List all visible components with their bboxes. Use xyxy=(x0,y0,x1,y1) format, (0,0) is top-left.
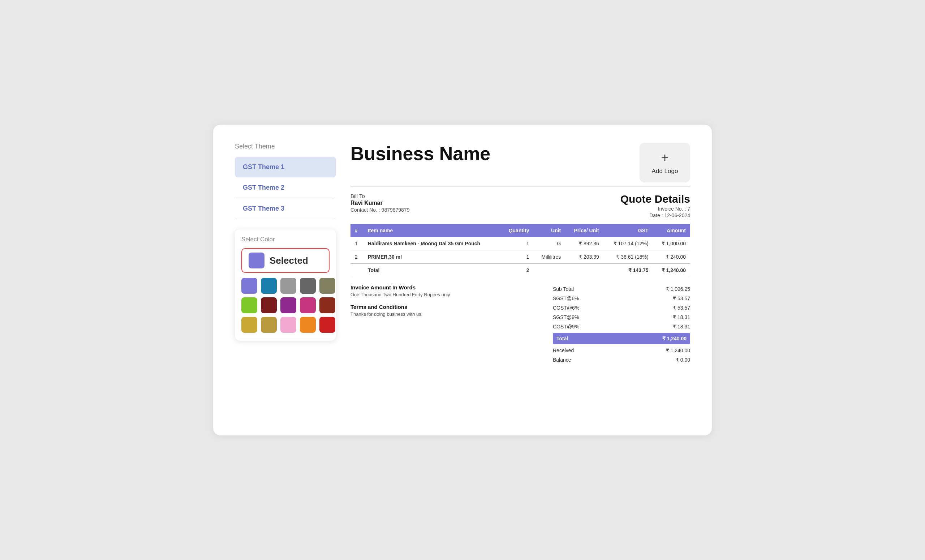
summary-value: ₹ 0.00 xyxy=(676,357,690,363)
summary-value: ₹ 18.31 xyxy=(673,314,690,320)
total-empty xyxy=(351,264,363,277)
theme-list: GST Theme 1GST Theme 2GST Theme 3 xyxy=(235,157,336,219)
left-bottom: Invoice Amount In Words One Thousand Two… xyxy=(351,285,542,364)
row-name: Haldirams Namkeen - Moong Dal 35 Gm Pouc… xyxy=(363,237,500,250)
select-color-label: Select Color xyxy=(241,236,330,243)
summary-label: Balance xyxy=(553,357,571,363)
color-swatch-4[interactable] xyxy=(319,278,335,294)
row-gst: ₹ 107.14 (12%) xyxy=(603,237,653,250)
row-unit: G xyxy=(533,237,565,250)
table-total-row: Total 2 ₹ 143.75 ₹ 1,240.00 xyxy=(351,264,690,277)
summary-row-5: Total₹ 1,240.00 xyxy=(553,333,690,344)
selected-color-box[interactable]: Selected xyxy=(241,248,330,273)
main-container: Select Theme GST Theme 1GST Theme 2GST T… xyxy=(213,125,712,435)
row-gst: ₹ 36.61 (18%) xyxy=(603,250,653,264)
col-unit: Unit xyxy=(533,224,565,237)
total-label: Total xyxy=(363,264,500,277)
color-grid xyxy=(241,278,330,333)
summary-label: Total xyxy=(556,336,568,342)
summary-row-0: Sub Total₹ 1,096.25 xyxy=(553,285,690,294)
col-amount: Amount xyxy=(653,224,690,237)
row-unit: Millilitres xyxy=(533,250,565,264)
color-swatch-2[interactable] xyxy=(280,278,296,294)
total-price-empty xyxy=(565,264,603,277)
total-amount: ₹ 1,240.00 xyxy=(653,264,690,277)
row-price: ₹ 203.39 xyxy=(565,250,603,264)
summary-label: CGST@6% xyxy=(553,305,579,311)
summary-value: ₹ 1,240.00 xyxy=(666,348,690,353)
table-row: 1 Haldirams Namkeen - Moong Dal 35 Gm Po… xyxy=(351,237,690,250)
right-panel: Business Name + Add Logo Bill To Ravi Ku… xyxy=(351,143,690,417)
row-amount: ₹ 1,000.00 xyxy=(653,237,690,250)
invoice-number: Invoice No. : 7 xyxy=(621,206,690,212)
row-amount: ₹ 240.00 xyxy=(653,250,690,264)
row-num: 2 xyxy=(351,250,363,264)
quote-details-title: Quote Details xyxy=(621,193,690,205)
theme-item-1[interactable]: GST Theme 1 xyxy=(235,157,336,178)
select-theme-label: Select Theme xyxy=(235,143,336,150)
summary-label: SGST@6% xyxy=(553,295,579,301)
summary-value: ₹ 1,096.25 xyxy=(666,286,690,292)
color-swatch-10[interactable] xyxy=(241,317,257,333)
row-price: ₹ 892.86 xyxy=(565,237,603,250)
col-gst: GST xyxy=(603,224,653,237)
terms-text: Thanks for doing business with us! xyxy=(351,312,542,317)
summary-row-1: SGST@6%₹ 53.57 xyxy=(553,294,690,303)
invoice-amount-label: Invoice Amount In Words xyxy=(351,285,542,291)
col-price: Price/ Unit xyxy=(565,224,603,237)
color-swatch-0[interactable] xyxy=(241,278,257,294)
invoice-amount-words: One Thousand Two Hundred Forty Rupees on… xyxy=(351,292,542,297)
selected-color-label: Selected xyxy=(270,255,308,266)
summary-label: CGST@9% xyxy=(553,324,579,330)
bill-quote-row: Bill To Ravi Kumar Contact No. : 9879879… xyxy=(351,193,690,218)
summary-row-7: Balance₹ 0.00 xyxy=(553,355,690,364)
color-swatch-3[interactable] xyxy=(300,278,316,294)
header-divider xyxy=(351,186,690,187)
color-swatch-14[interactable] xyxy=(319,317,335,333)
invoice-header: Business Name + Add Logo xyxy=(351,143,690,182)
row-name: PRIMER,30 ml xyxy=(363,250,500,264)
col-num: # xyxy=(351,224,363,237)
summary-row-4: CGST@9%₹ 18.31 xyxy=(553,322,690,331)
theme-item-3[interactable]: GST Theme 3 xyxy=(235,198,336,219)
left-panel: Select Theme GST Theme 1GST Theme 2GST T… xyxy=(235,143,336,417)
business-name: Business Name xyxy=(351,143,490,164)
summary-value: ₹ 1,240.00 xyxy=(662,336,687,342)
add-logo-button[interactable]: + Add Logo xyxy=(640,143,690,182)
summary-value: ₹ 18.31 xyxy=(673,324,690,330)
col-item: Item name xyxy=(363,224,500,237)
row-qty: 1 xyxy=(500,250,533,264)
selected-color-swatch xyxy=(249,253,265,268)
summary-label: Sub Total xyxy=(553,286,574,292)
bill-to-section: Bill To Ravi Kumar Contact No. : 9879879… xyxy=(351,193,410,213)
customer-name: Ravi Kumar xyxy=(351,200,410,206)
total-gst: ₹ 143.75 xyxy=(603,264,653,277)
add-logo-plus-icon: + xyxy=(661,150,669,166)
color-swatch-12[interactable] xyxy=(280,317,296,333)
row-num: 1 xyxy=(351,237,363,250)
summary-label: SGST@9% xyxy=(553,314,579,320)
table-header-row: # Item name Quantity Unit Price/ Unit GS… xyxy=(351,224,690,237)
color-swatch-11[interactable] xyxy=(261,317,277,333)
invoice-table: # Item name Quantity Unit Price/ Unit GS… xyxy=(351,224,690,277)
bill-to-label: Bill To xyxy=(351,193,410,199)
total-qty: 2 xyxy=(500,264,533,277)
color-swatch-5[interactable] xyxy=(241,297,257,313)
color-swatch-8[interactable] xyxy=(300,297,316,313)
contact-number: Contact No. : 9879879879 xyxy=(351,207,410,213)
summary-row-2: CGST@6%₹ 53.57 xyxy=(553,303,690,313)
color-swatch-6[interactable] xyxy=(261,297,277,313)
color-swatch-9[interactable] xyxy=(319,297,335,313)
total-unit-empty xyxy=(533,264,565,277)
color-swatch-1[interactable] xyxy=(261,278,277,294)
table-row: 2 PRIMER,30 ml 1 Millilitres ₹ 203.39 ₹ … xyxy=(351,250,690,264)
row-qty: 1 xyxy=(500,237,533,250)
color-swatch-13[interactable] xyxy=(300,317,316,333)
terms-label: Terms and Conditions xyxy=(351,304,542,310)
theme-item-2[interactable]: GST Theme 2 xyxy=(235,178,336,198)
summary-value: ₹ 53.57 xyxy=(673,305,690,311)
color-swatch-7[interactable] xyxy=(280,297,296,313)
add-logo-label: Add Logo xyxy=(652,168,678,175)
summary-row-3: SGST@9%₹ 18.31 xyxy=(553,313,690,322)
col-qty: Quantity xyxy=(500,224,533,237)
